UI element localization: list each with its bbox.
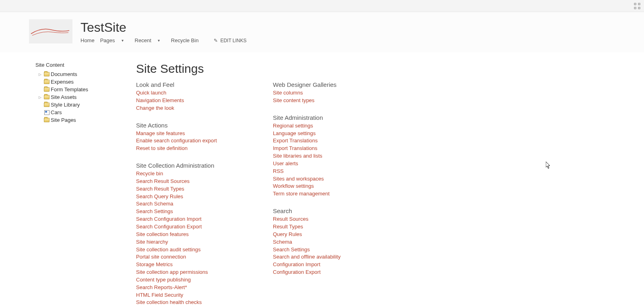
settings-link[interactable]: Storage Metrics [136, 261, 249, 269]
pencil-icon: ✎ [214, 38, 218, 43]
settings-link[interactable]: Configuration Export [273, 269, 386, 276]
tree-view: ▷DocumentsExpensesForm Templates▷Site As… [35, 70, 128, 124]
folder-icon [43, 72, 50, 77]
settings-link[interactable]: Site collection audit settings [136, 246, 249, 254]
settings-link[interactable]: Quick launch [136, 89, 249, 97]
nav-recycle-bin[interactable]: Recycle Bin [171, 36, 204, 45]
settings-link[interactable]: Portal site connection [136, 253, 249, 261]
tree-item-label: Expenses [51, 79, 74, 85]
svg-rect-1 [638, 3, 640, 5]
settings-link[interactable]: Site collection features [136, 231, 249, 238]
svg-rect-0 [634, 3, 636, 5]
svg-rect-3 [638, 7, 640, 9]
settings-link[interactable]: Result Sources [273, 216, 386, 223]
settings-link[interactable]: User alerts [273, 160, 386, 168]
settings-link[interactable]: RSS [273, 168, 386, 175]
settings-link[interactable]: Result Types [273, 223, 386, 231]
settings-category: Site Collection AdministrationRecycle bi… [136, 162, 249, 308]
page-title: Site Settings [136, 62, 615, 76]
tree-item[interactable]: Cars [35, 109, 128, 116]
settings-link[interactable]: Regional settings [273, 122, 386, 130]
sidebar: Site Content ▷DocumentsExpensesForm Temp… [35, 62, 136, 308]
settings-right-column: Web Designer GalleriesSite columnsSite c… [273, 81, 386, 308]
tree-item[interactable]: Site Pages [35, 116, 128, 124]
site-title[interactable]: TestSite [80, 20, 247, 35]
settings-link[interactable]: HTML Field Security [136, 292, 249, 299]
settings-link[interactable]: Workflow settings [273, 183, 386, 190]
folder-icon [43, 79, 50, 85]
nav-home[interactable]: Home [80, 36, 100, 45]
settings-link[interactable]: Search Result Sources [136, 178, 249, 185]
category-title: Web Designer Galleries [273, 81, 386, 88]
tree-item-label: Site Assets [51, 94, 76, 100]
tree-item[interactable]: Form Templates [35, 86, 128, 93]
tree-item[interactable]: Style Library [35, 101, 128, 109]
top-nav: Home Pages Recent Recycle Bin ✎ EDIT LIN… [80, 36, 247, 45]
settings-link[interactable]: Search Result Types [136, 185, 249, 193]
site-logo[interactable] [29, 19, 72, 43]
settings-category: Look and FeelQuick launchNavigation Elem… [136, 81, 249, 112]
settings-link[interactable]: Site content types [273, 97, 386, 105]
header-area: TestSite Home Pages Recent Recycle Bin ✎… [0, 12, 644, 52]
tree-item[interactable]: Expenses [35, 78, 128, 86]
settings-link[interactable]: Content type publishing [136, 276, 249, 284]
settings-link[interactable]: Search and offline availability [273, 253, 386, 261]
settings-link[interactable]: Search Configuration Import [136, 216, 249, 223]
settings-link[interactable]: Site collection upgrade [136, 306, 249, 308]
focus-on-content-icon[interactable] [634, 2, 641, 10]
tree-item-label: Cars [51, 109, 62, 115]
settings-link[interactable]: Configuration Import [273, 261, 386, 269]
settings-link[interactable]: Query Rules [273, 231, 386, 238]
sidebar-heading: Site Content [35, 62, 128, 68]
edit-links-label: EDIT LINKS [220, 38, 246, 43]
expand-toggle[interactable]: ▷ [39, 95, 43, 99]
settings-link[interactable]: Sites and workspaces [273, 175, 386, 183]
folder-icon [43, 117, 50, 123]
settings-link[interactable]: Enable search configuration export [136, 137, 249, 145]
settings-category: Web Designer GalleriesSite columnsSite c… [273, 81, 386, 105]
settings-link[interactable]: Import Translations [273, 145, 386, 152]
suite-bar [0, 0, 644, 12]
settings-link[interactable]: Manage site features [136, 130, 249, 138]
settings-link[interactable]: Navigation Elements [136, 97, 249, 105]
expand-toggle[interactable]: ▷ [39, 72, 43, 76]
folder-icon [43, 94, 50, 100]
list-icon [43, 110, 50, 115]
nav-recent[interactable]: Recent [135, 36, 165, 45]
settings-link[interactable]: Site collection app permissions [136, 269, 249, 276]
settings-link[interactable]: Recycle bin [136, 170, 249, 178]
settings-link[interactable]: Site hierarchy [136, 238, 249, 246]
settings-category: Site AdministrationRegional settingsLang… [273, 114, 386, 198]
settings-link[interactable]: Reset to site definition [136, 145, 249, 152]
folder-icon [43, 87, 50, 92]
settings-link[interactable]: Search Query Rules [136, 193, 249, 201]
settings-link[interactable]: Search Configuration Export [136, 223, 249, 231]
category-title: Site Actions [136, 122, 249, 129]
settings-link[interactable]: Change the look [136, 105, 249, 112]
settings-link[interactable]: Search Schema [136, 200, 249, 208]
tree-item-label: Style Library [51, 102, 80, 108]
tree-item-label: Form Templates [51, 86, 88, 92]
settings-link[interactable]: Export Translations [273, 137, 386, 145]
category-title: Site Collection Administration [136, 162, 249, 169]
settings-link[interactable]: Term store management [273, 190, 386, 198]
settings-link[interactable]: Site columns [273, 89, 386, 97]
settings-link[interactable]: Search Reports-Alert* [136, 284, 249, 292]
settings-category: SearchResult SourcesResult TypesQuery Ru… [273, 207, 386, 276]
tree-item[interactable]: ▷Documents [35, 70, 128, 78]
settings-link[interactable]: Search Settings [136, 208, 249, 216]
tree-item[interactable]: ▷Site Assets [35, 93, 128, 101]
settings-link[interactable]: Schema [273, 238, 386, 246]
settings-link[interactable]: Language settings [273, 130, 386, 138]
main-content: Site Settings Look and FeelQuick launchN… [136, 62, 615, 308]
settings-link[interactable]: Site libraries and lists [273, 152, 386, 160]
settings-category: Site ActionsManage site featuresEnable s… [136, 122, 249, 153]
settings-link[interactable]: Search Settings [273, 246, 386, 254]
settings-link[interactable]: Site collection health checks [136, 299, 249, 306]
category-title: Look and Feel [136, 81, 249, 88]
category-title: Search [273, 207, 386, 214]
nav-pages[interactable]: Pages [100, 36, 129, 45]
edit-links-button[interactable]: ✎ EDIT LINKS [214, 38, 246, 43]
tree-item-label: Documents [51, 71, 77, 77]
tree-item-label: Site Pages [51, 117, 76, 123]
